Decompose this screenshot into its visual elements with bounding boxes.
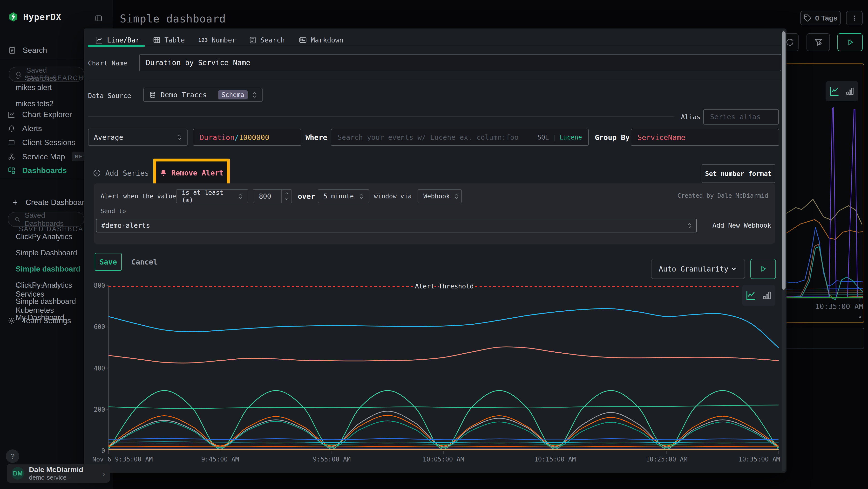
- line-chart-icon[interactable]: [829, 86, 840, 96]
- where-label: Where: [306, 129, 327, 146]
- tab-table[interactable]: Table: [153, 34, 185, 46]
- select-chevrons-icon: [454, 193, 459, 200]
- database-icon: [149, 91, 156, 98]
- field-expression-value: Duration/1000000: [199, 133, 269, 142]
- svg-text:10:35:00 AM: 10:35:00 AM: [739, 456, 780, 463]
- section-divider: [88, 80, 782, 80]
- chevron-down-icon: [15, 75, 21, 81]
- chart-type-toggle[interactable]: [742, 285, 775, 306]
- bar-chart-icon[interactable]: [845, 86, 855, 96]
- alert-window-select[interactable]: 5 minute: [318, 189, 369, 203]
- list-doc-icon: [249, 36, 256, 44]
- stepper-up-icon[interactable]: [285, 192, 289, 195]
- alert-prefix-label: Alert when the value: [100, 190, 176, 203]
- number-stepper[interactable]: [281, 190, 291, 203]
- service-map-icon: [8, 153, 16, 161]
- number-123-icon: 123: [198, 37, 208, 43]
- chart-editor-modal: Line/Bar Table 123 Number Search Markdow…: [84, 28, 786, 472]
- chevron-down-icon: [15, 283, 21, 289]
- sidebar-item-dashboards[interactable]: Dashboards: [8, 166, 67, 175]
- presets-header[interactable]: PRESETS: [15, 282, 60, 290]
- tab-markdown[interactable]: Markdown: [299, 34, 343, 46]
- series-alias-input[interactable]: Series alias: [703, 109, 779, 124]
- field-expression-input[interactable]: Duration/1000000: [193, 129, 301, 146]
- dashboard-list-item[interactable]: ClickPy Analytics: [16, 233, 81, 241]
- dashboard-list-item[interactable]: Simple dashboard: [16, 265, 81, 273]
- saved-dashboards-header[interactable]: SAVED DASHBOARDS: [15, 225, 85, 233]
- lucene-option[interactable]: Lucene: [559, 134, 582, 141]
- play-icon: [759, 265, 767, 273]
- modal-scrollbar-thumb[interactable]: [782, 31, 785, 290]
- create-dashboard-button[interactable]: Create Dashboard: [11, 198, 89, 207]
- saved-search-item[interactable]: mikes tets2: [16, 100, 54, 108]
- svg-text:Nov 6 9:35:00 AM: Nov 6 9:35:00 AM: [92, 456, 153, 463]
- remove-alert-button[interactable]: Remove Alert: [171, 169, 223, 177]
- save-button[interactable]: Save: [95, 253, 122, 271]
- cancel-button[interactable]: Cancel: [131, 253, 157, 271]
- plus-icon: [11, 199, 19, 206]
- svg-text:600: 600: [94, 323, 105, 330]
- alert-config-section: Alert when the value is at least (≥) 800…: [94, 183, 775, 244]
- aggregation-select[interactable]: Average: [88, 129, 188, 146]
- tab-number[interactable]: 123 Number: [198, 34, 236, 46]
- granularity-select[interactable]: Auto Granularity: [651, 259, 745, 279]
- group-by-label: Group By: [595, 129, 630, 146]
- sidebar-item-client-sessions[interactable]: Client Sessions: [8, 138, 75, 147]
- set-number-format-button[interactable]: Set number format: [702, 164, 775, 183]
- send-to-select[interactable]: #demo-alerts: [96, 219, 697, 232]
- select-chevrons-icon: [252, 91, 257, 99]
- sidebar-item-alerts[interactable]: Alerts: [8, 124, 42, 133]
- sql-option[interactable]: SQL: [537, 134, 549, 141]
- tab-line-bar[interactable]: Line/Bar: [95, 34, 140, 46]
- sidebar-item-search[interactable]: Search: [8, 46, 47, 55]
- select-chevrons-icon: [687, 222, 691, 229]
- saved-dashboards-input[interactable]: Saved Dashboards: [8, 212, 84, 227]
- gear-icon: [8, 317, 16, 325]
- saved-searches-header[interactable]: SAVED SEARCHES: [15, 74, 94, 82]
- data-source-select[interactable]: Demo Traces Schema: [143, 88, 262, 102]
- chevron-right-icon: ›: [102, 469, 105, 478]
- sidebar-item-team-settings[interactable]: Team Settings: [8, 316, 71, 325]
- chart-name-input[interactable]: Duration by Service Name: [139, 54, 781, 71]
- svg-text:Alert Threshold: Alert Threshold: [415, 282, 474, 290]
- data-source-label: Data Source: [88, 92, 131, 99]
- group-by-input[interactable]: ServiceName: [631, 129, 779, 146]
- schema-badge: Schema: [218, 90, 248, 99]
- line-chart-icon[interactable]: [745, 290, 756, 301]
- panel-resize-handle[interactable]: [856, 312, 862, 319]
- preset-item[interactable]: Kubernetes: [16, 306, 54, 315]
- alert-condition-select[interactable]: is at least (≥): [176, 189, 248, 203]
- sidebar-item-service-map[interactable]: Service Map BETA: [8, 152, 94, 161]
- dashboard-list-item[interactable]: Simple Dashboard: [16, 249, 81, 257]
- user-card[interactable]: DM Dale McDiarmid demo-service - ›: [7, 464, 110, 483]
- svg-text:9:55:00 AM: 9:55:00 AM: [313, 456, 351, 463]
- sidebar-collapse-icon[interactable]: [95, 15, 102, 22]
- alert-threshold-input[interactable]: 800: [253, 189, 292, 203]
- preset-item[interactable]: Services: [16, 290, 54, 298]
- brand[interactable]: HyperDX: [8, 11, 61, 22]
- svg-text:10:15:00 AM: 10:15:00 AM: [534, 456, 576, 463]
- hyperdx-logo-icon: [8, 11, 18, 22]
- tabs-track: [145, 46, 781, 46]
- query-language-toggle[interactable]: SQL | Lucene: [537, 134, 582, 141]
- sidebar-item-label: Search: [23, 46, 47, 55]
- stepper-down-icon[interactable]: [285, 197, 289, 201]
- svg-text:0: 0: [101, 447, 105, 455]
- where-search-input[interactable]: Search your events w/ Lucene ex. column:…: [331, 129, 589, 146]
- run-query-button[interactable]: [750, 259, 776, 279]
- alert-preview-chart: 0200400600800Nov 6 9:35:00 AM9:45:00 AM9…: [84, 280, 786, 472]
- saved-search-item[interactable]: mikes alert: [16, 84, 54, 92]
- user-subtitle: demo-service -: [29, 474, 83, 481]
- add-new-webhook-button[interactable]: Add New Webhook: [712, 222, 771, 229]
- svg-text:10:05:00 AM: 10:05:00 AM: [423, 456, 464, 463]
- sidebar-item-chart-explorer[interactable]: Chart Explorer: [8, 110, 72, 119]
- svg-text:400: 400: [94, 365, 105, 372]
- add-series-button[interactable]: Add Series: [93, 165, 149, 181]
- help-button[interactable]: ?: [6, 450, 19, 463]
- tab-search[interactable]: Search: [249, 34, 285, 46]
- bar-chart-icon[interactable]: [762, 290, 772, 300]
- alert-channel-select[interactable]: Webhook: [417, 189, 462, 203]
- chart-explorer-icon: [8, 111, 16, 118]
- background-chart-x-label: 10:35:00 AM: [815, 302, 863, 311]
- background-chart-type-toggle[interactable]: [826, 81, 858, 102]
